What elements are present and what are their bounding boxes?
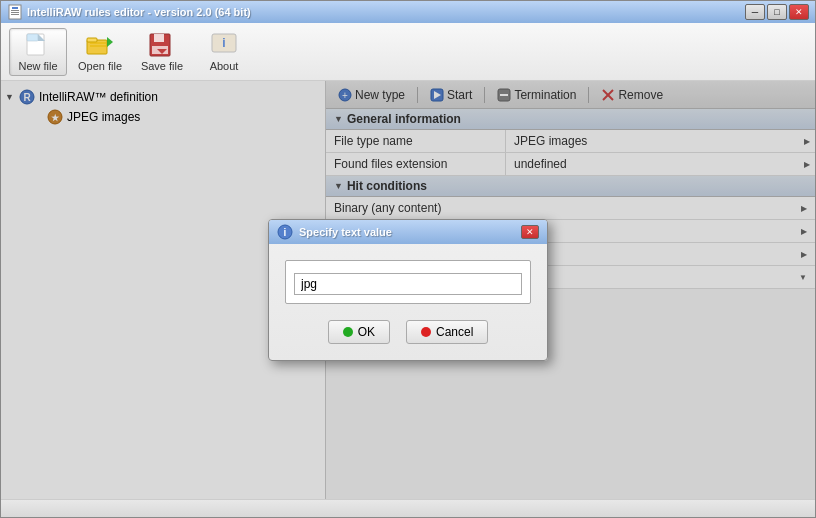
svg-rect-9 [87,38,97,42]
main-toolbar: New file Open file [1,23,815,81]
cancel-icon [421,327,431,337]
svg-rect-14 [154,34,164,42]
about-button[interactable]: i About [195,28,253,76]
specify-text-dialog: i Specify text value ✕ OK [268,219,548,361]
svg-text:i: i [284,227,287,238]
modal-overlay: i Specify text value ✕ OK [1,81,815,499]
modal-input-area [285,260,531,304]
ok-button[interactable]: OK [328,320,390,344]
open-file-label: Open file [78,60,122,72]
svg-rect-1 [12,7,18,9]
modal-buttons: OK Cancel [285,320,531,344]
open-file-icon [85,32,115,58]
modal-titlebar: i Specify text value ✕ [269,220,547,244]
modal-icon: i [277,224,293,240]
svg-rect-2 [11,10,19,11]
new-file-label: New file [18,60,57,72]
minimize-button[interactable]: ─ [745,4,765,20]
text-value-input[interactable] [294,273,522,295]
new-file-icon [23,32,53,58]
save-file-label: Save file [141,60,183,72]
maximize-button[interactable]: □ [767,4,787,20]
open-file-button[interactable]: Open file [71,28,129,76]
about-icon: i [209,32,239,58]
new-file-button[interactable]: New file [9,28,67,76]
titlebar: IntelliRAW rules editor - version 2.0 (6… [1,1,815,23]
modal-close-button[interactable]: ✕ [521,225,539,239]
window-title: IntelliRAW rules editor - version 2.0 (6… [27,6,745,18]
cancel-button[interactable]: Cancel [406,320,488,344]
svg-rect-10 [90,42,106,44]
main-window: IntelliRAW rules editor - version 2.0 (6… [0,0,816,518]
svg-rect-4 [11,14,19,15]
svg-rect-6 [27,34,38,41]
statusbar [1,499,815,517]
about-label: About [210,60,239,72]
ok-icon [343,327,353,337]
modal-title: Specify text value [299,226,521,238]
svg-text:i: i [222,36,225,50]
save-file-button[interactable]: Save file [133,28,191,76]
close-button[interactable]: ✕ [789,4,809,20]
modal-body: OK Cancel [269,244,547,360]
svg-rect-3 [11,12,19,13]
main-area: ▼ R IntelliRAW™ definition ★ [1,81,815,499]
window-controls: ─ □ ✕ [745,4,809,20]
save-file-icon [147,32,177,58]
app-icon [7,4,23,20]
svg-marker-12 [107,37,113,47]
svg-rect-11 [90,45,106,47]
